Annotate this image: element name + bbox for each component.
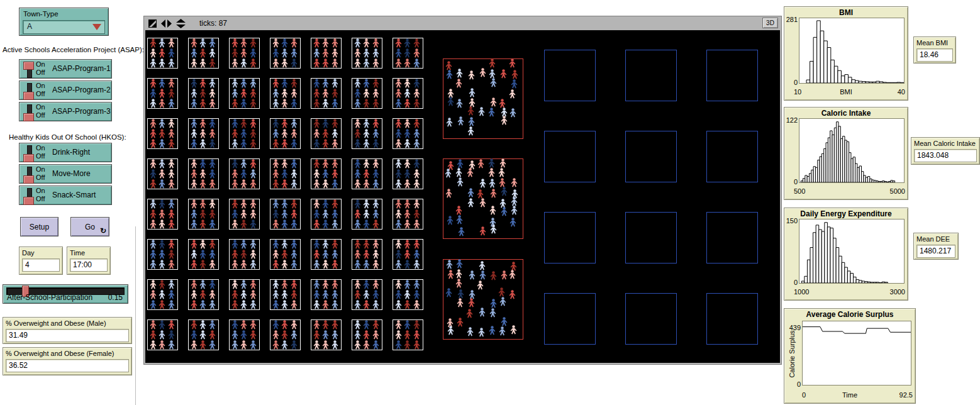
person-agent-icon [455,99,464,108]
toggle-icon[interactable] [23,165,34,183]
person-agent-icon [403,340,411,350]
off-label: Off [36,195,45,203]
toggle-icon[interactable] [23,144,34,162]
person-agent-icon [354,320,362,330]
person-agent-icon [362,169,370,179]
person-agent-icon [249,280,257,289]
person-agent-icon [321,139,330,148]
person-agent-icon [331,99,339,108]
person-agent-icon [272,290,280,299]
person-agent-icon [231,290,239,299]
toggle-handle[interactable] [23,62,34,70]
person-agent-icon [158,290,166,299]
person-agent-icon [403,79,411,88]
world-view-canvas[interactable] [145,30,780,363]
person-agent-icon [158,179,166,189]
person-agent-icon [321,38,330,48]
person-agent-icon [444,169,452,178]
person-agent-icon [413,250,421,259]
person-agent-icon [403,290,411,299]
person-agent-icon [321,209,330,219]
town-type-chooser[interactable]: Town-Type A [19,8,109,36]
program-switch[interactable]: On Off ASAP-Program-3 [19,102,112,121]
person-agent-icon [500,270,508,280]
horizontal-arrows-icon [161,19,172,28]
program-switch[interactable]: On Off Drink-Right [19,143,112,162]
person-agent-icon [394,89,403,98]
household-cell [147,199,178,230]
person-agent-icon [331,179,339,189]
person-agent-icon [190,89,198,98]
program-switch[interactable]: On Off Move-More [19,164,112,184]
person-agent-icon [249,199,257,209]
person-agent-icon [240,290,248,299]
program-switch[interactable]: On Off Snack-Smart [19,186,112,205]
person-agent-icon [190,219,198,229]
x-axis-label: Time [784,391,915,399]
person-agent-icon [455,206,463,215]
person-agent-icon [489,308,497,318]
person-agent-icon [249,300,257,309]
person-agent-icon [231,169,239,179]
person-agent-icon [457,116,465,126]
person-agent-icon [362,129,370,138]
person-agent-icon [477,159,485,169]
toggle-icon[interactable] [23,103,34,121]
person-agent-icon [199,79,207,88]
person-agent-icon [149,199,157,209]
person-agent-icon [478,308,486,317]
person-agent-icon [331,89,339,98]
person-agent-icon [354,340,362,350]
household-cell [393,158,423,189]
person-agent-icon [456,159,464,169]
toggle-handle[interactable] [23,92,34,100]
toggle-icon[interactable] [23,60,34,78]
program-switch[interactable]: On Off ASAP-Program-1 [19,59,112,79]
person-agent-icon [281,159,289,169]
person-agent-icon [231,89,239,98]
toggle-handle[interactable] [23,113,34,121]
town-type-dropdown[interactable]: A [23,20,105,34]
person-agent-icon [394,58,403,68]
go-button[interactable]: Go ↻ [70,217,109,236]
on-label: On [36,187,45,195]
person-agent-icon [313,240,321,249]
setup-button[interactable]: Setup [20,217,58,236]
toggle-handle[interactable] [23,175,34,184]
household-cell [311,199,342,230]
person-agent-icon [321,240,330,249]
person-agent-icon [445,70,454,79]
person-agent-icon [240,159,248,169]
time-monitor-label: Time [70,249,108,257]
household-cell [147,279,178,310]
person-agent-icon [489,271,498,280]
switch-label: ASAP-Program-1 [52,60,111,78]
program-switch[interactable]: On Off ASAP-Program-2 [19,80,112,100]
person-agent-icon [354,48,362,58]
person-agent-icon [158,240,166,249]
person-agent-icon [199,58,207,68]
on-label: On [36,60,45,69]
person-agent-icon [199,199,207,209]
person-agent-icon [281,99,289,108]
person-agent-icon [500,207,508,216]
person-agent-icon [199,260,207,269]
person-agent-icon [249,240,257,249]
toggle-icon[interactable] [23,187,34,204]
person-agent-icon [354,119,362,128]
x-axis-max-tick: 92.5 [899,391,913,399]
person-agent-icon [313,300,321,309]
household-cell [393,118,423,149]
person-agent-icon [231,330,239,340]
toggle-handle[interactable] [23,197,34,205]
person-agent-icon [240,330,248,340]
after-school-participation-slider[interactable]: After-School-Participation 0.15 [3,284,128,304]
3d-button[interactable]: 3D [762,18,778,28]
household-cell [311,78,342,109]
person-agent-icon [394,99,403,108]
toggle-icon[interactable] [23,82,34,99]
household-cell [270,118,301,149]
household-cell [188,279,219,310]
mean-bmi-monitor: Mean BMI 18.46 [913,36,956,64]
toggle-handle[interactable] [23,154,34,162]
